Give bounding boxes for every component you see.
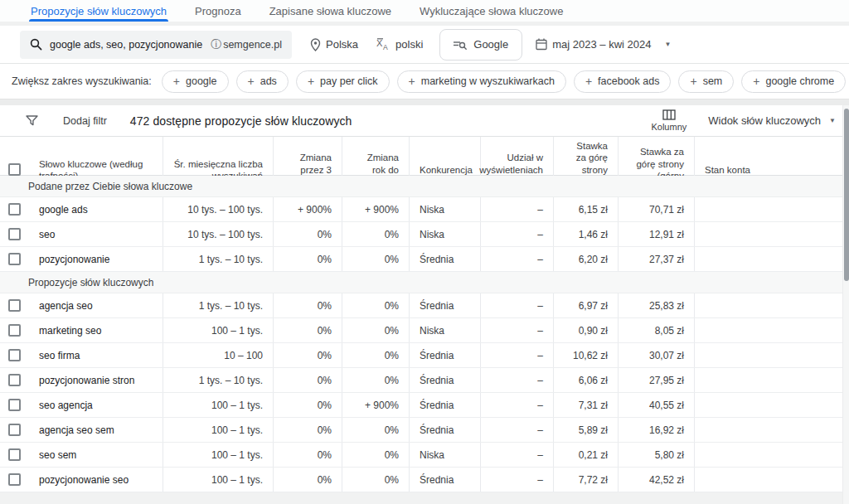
table-cell: 100 – 1 tys. [163, 393, 274, 417]
table-cell-value: agencja seo sem [39, 424, 114, 436]
location-pin-icon [310, 38, 321, 51]
table-cell-value: pozycjonowanie stron [39, 375, 134, 386]
location-label: Polska [326, 38, 358, 51]
network-button[interactable]: Google [439, 29, 522, 61]
site-domain-text: semgence.pl [223, 39, 282, 51]
column-header-label: Konkurencja [420, 164, 473, 176]
expand-chip[interactable]: +google [162, 70, 229, 93]
plus-icon: + [308, 75, 314, 88]
table-cell [695, 443, 849, 467]
column-header-label: Stan konta [705, 164, 750, 176]
plus-icon: + [248, 75, 255, 88]
select-all-checkbox[interactable] [8, 163, 21, 176]
row-checkbox[interactable] [8, 324, 21, 337]
table-cell: 10,62 zł [554, 343, 619, 367]
expand-chip[interactable]: +pay per click [296, 70, 390, 93]
row-checkbox[interactable] [8, 424, 21, 436]
table-cell-value: 100 – 1 tys. [211, 325, 263, 337]
section-title: Propozycje słów kluczowych [28, 277, 153, 288]
section-header: Podane przez Ciebie słowa kluczowe [0, 176, 849, 197]
row-checkbox[interactable] [8, 349, 21, 361]
table-cell: – [481, 247, 554, 271]
tab-2[interactable]: Zapisane słowa kluczowe [269, 0, 391, 22]
table-cell-value: 0% [318, 300, 332, 312]
table-cell-value: pozycjonowanie [39, 254, 109, 265]
keyword-view-dropdown[interactable]: Widok słów kluczowych ▼ [708, 114, 836, 127]
keywords-search-field[interactable]: google ads, seo, pozycjonowanie ⓘ semgen… [20, 31, 292, 59]
language-button[interactable]: XA polski [376, 38, 423, 51]
row-checkbox[interactable] [8, 228, 21, 240]
table-cell: 70,71 zł [619, 197, 695, 221]
expand-chip[interactable]: +marketing w wyszukiwarkach [397, 70, 566, 93]
expand-chip[interactable]: +sem [678, 70, 734, 93]
table-row: pozycjonowanie stron1 tys. – 10 tys.0%0%… [0, 368, 849, 393]
scrollbar-track[interactable] [842, 105, 849, 504]
keyword-view-label: Widok słów kluczowych [708, 114, 821, 127]
table-cell: 12,91 zł [619, 222, 695, 246]
table-row: google ads10 tys. – 100 tys.+ 900%+ 900%… [0, 197, 849, 222]
date-range-button[interactable]: maj 2023 – kwi 2024 ▼ [536, 38, 671, 51]
filter-icon[interactable] [26, 115, 38, 126]
row-checkbox[interactable] [8, 399, 21, 411]
tab-3[interactable]: Wykluczające słowa kluczowe [420, 0, 563, 22]
row-checkbox[interactable] [8, 374, 21, 386]
add-filter-button[interactable]: Dodaj filtr [63, 115, 107, 127]
table-cell: 0% [274, 222, 342, 246]
table-cell-value: 0% [385, 449, 399, 461]
svg-text:X: X [376, 38, 383, 48]
results-count: 472 dostępne propozycje słów kluczowych [130, 114, 352, 128]
table-row: pozycjonowanie seo100 – 1 tys.0%0%Średni… [0, 468, 849, 492]
table-cell: 40,55 zł [619, 393, 695, 417]
table-cell-value: 10 – 100 [224, 350, 263, 361]
tab-1[interactable]: Prognoza [195, 0, 241, 22]
table-row: seo agencja100 – 1 tys.0%+ 900%Średnia–7… [0, 393, 849, 418]
row-checkbox-cell [0, 468, 29, 492]
chip-label: sem [703, 75, 723, 87]
calendar-icon [536, 38, 547, 51]
table-cell: 0,90 zł [554, 318, 619, 342]
row-checkbox[interactable] [8, 253, 21, 265]
row-checkbox[interactable] [8, 473, 21, 486]
chevron-down-icon: ▼ [829, 117, 836, 124]
table-cell: 0% [274, 293, 342, 317]
table-cell: 6,06 zł [554, 368, 619, 392]
table-cell-value: Niska [420, 229, 444, 240]
translate-icon: XA [376, 38, 391, 51]
expand-chip[interactable]: +google chrome [741, 70, 846, 93]
keyword-planner-page: Propozycje słów kluczowychPrognozaZapisa… [0, 0, 849, 504]
table-cell-value: 1,46 zł [579, 229, 608, 240]
row-checkbox[interactable] [8, 448, 21, 461]
row-checkbox-cell [0, 318, 29, 342]
expand-chip[interactable]: +facebook ads [574, 70, 672, 93]
table-cell-value: + 900% [365, 204, 399, 216]
scrollbar-thumb[interactable] [844, 109, 849, 281]
table-cell-value: 70,71 zł [649, 204, 684, 216]
row-checkbox-cell [0, 247, 29, 271]
table-cell: 0% [342, 293, 410, 317]
columns-button[interactable]: Kolumny [651, 109, 686, 132]
table-cell-value: 0% [318, 229, 332, 240]
table-cell-value: 0% [385, 474, 399, 486]
site-filter[interactable]: ⓘ semgence.pl [211, 37, 282, 52]
expand-chip[interactable]: +ads [236, 70, 289, 93]
table-cell-value: 0% [318, 350, 332, 361]
row-checkbox[interactable] [8, 203, 21, 216]
table-cell: 1,46 zł [554, 222, 619, 246]
tab-label: Propozycje słów kluczowych [31, 5, 167, 17]
table-cell-value: 100 – 1 tys. [211, 449, 263, 461]
table-cell: 8,05 zł [619, 318, 695, 342]
table-cell [695, 343, 849, 367]
table-cell: 27,95 zł [619, 368, 695, 392]
table-cell: Średnia [410, 368, 481, 392]
table-row: agencja seo sem100 – 1 tys.0%0%Średnia–5… [0, 418, 849, 443]
table-cell-value: 10 tys. – 100 tys. [187, 204, 263, 216]
tab-0[interactable]: Propozycje słów kluczowych [31, 0, 167, 22]
table-cell: seo agencja [29, 393, 163, 417]
table-cell-value: – [537, 254, 543, 265]
expand-search-row: Zwiększ zakres wyszukiwania: +google+ads… [0, 64, 849, 99]
table-cell-value: 6,15 zł [579, 204, 608, 216]
row-checkbox[interactable] [8, 299, 21, 312]
table-cell-value: 0% [318, 400, 332, 411]
location-button[interactable]: Polska [310, 38, 358, 51]
table-cell-value: Średnia [420, 424, 454, 436]
